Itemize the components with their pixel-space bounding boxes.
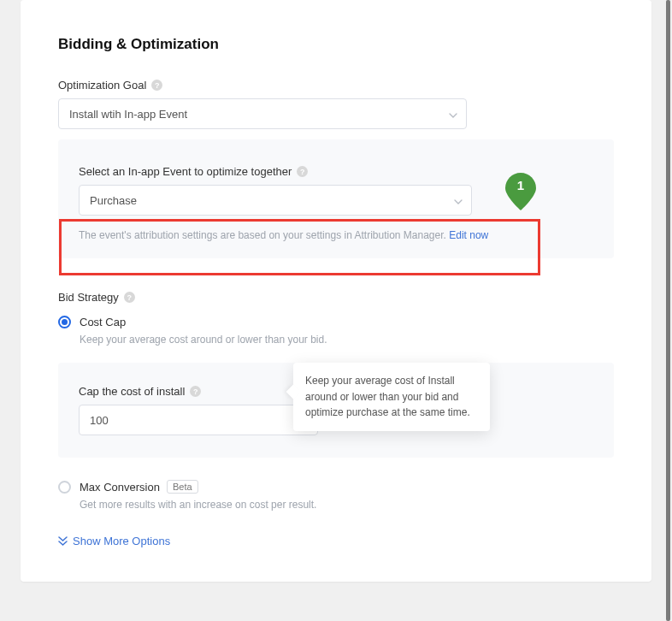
show-more-options[interactable]: Show More Options (58, 535, 614, 547)
help-icon[interactable]: ? (297, 166, 308, 177)
bidding-card: Bidding & Optimization Optimization Goal… (21, 0, 651, 582)
cost-cap-label: Cost Cap (80, 316, 126, 328)
beta-badge: Beta (167, 480, 198, 494)
double-chevron-down-icon (58, 536, 68, 547)
max-conversion-description: Get more results with an increase on cos… (80, 499, 614, 511)
optimization-goal-select[interactable]: Install wtih In-app Event (58, 98, 467, 129)
cost-cap-panel: Keep your average cost of Install around… (58, 363, 614, 458)
page-title: Bidding & Optimization (58, 36, 614, 53)
show-more-label: Show More Options (73, 535, 170, 547)
max-conversion-radio[interactable] (58, 481, 71, 494)
cost-cap-tooltip: Keep your average cost of Install around… (293, 363, 490, 431)
chevron-down-icon (449, 109, 457, 118)
cap-cost-input[interactable] (79, 405, 318, 435)
optimization-goal-label: Optimization Goal (58, 79, 146, 92)
cost-cap-row[interactable]: Cost Cap (58, 316, 614, 328)
bid-strategy-label: Bid Strategy (58, 291, 119, 304)
in-app-event-label: Select an In-app Event to optimize toget… (79, 165, 292, 178)
cost-cap-radio[interactable] (58, 316, 71, 328)
chevron-down-icon (454, 196, 463, 204)
help-icon[interactable]: ? (124, 292, 135, 303)
in-app-event-value: Purchase (90, 194, 137, 207)
attribution-info-text: The event's attribution settings are bas… (79, 229, 449, 241)
step-marker: 1 (505, 173, 536, 210)
help-icon[interactable]: ? (151, 80, 162, 91)
in-app-event-select[interactable]: Purchase (79, 185, 472, 216)
optimization-goal-label-row: Optimization Goal ? (58, 79, 614, 92)
max-conversion-row[interactable]: Max Conversion Beta (58, 480, 614, 494)
help-icon[interactable]: ? (190, 386, 201, 397)
attribution-info: The event's attribution settings are bas… (79, 228, 593, 243)
cap-cost-label: Cap the cost of install (79, 385, 185, 398)
optimization-goal-group: Optimization Goal ? Install wtih In-app … (58, 79, 614, 129)
max-conversion-label: Max Conversion Beta (80, 480, 198, 494)
edit-now-link[interactable]: Edit now (449, 229, 488, 241)
bid-strategy-heading: Bid Strategy ? (58, 291, 614, 304)
optimization-goal-value: Install wtih In-app Event (69, 108, 187, 121)
max-conversion-text: Max Conversion (80, 481, 160, 494)
step-marker-number: 1 (505, 178, 536, 192)
scrollbar[interactable] (666, 0, 670, 621)
cost-cap-description: Keep your average cost around or lower t… (80, 334, 614, 346)
